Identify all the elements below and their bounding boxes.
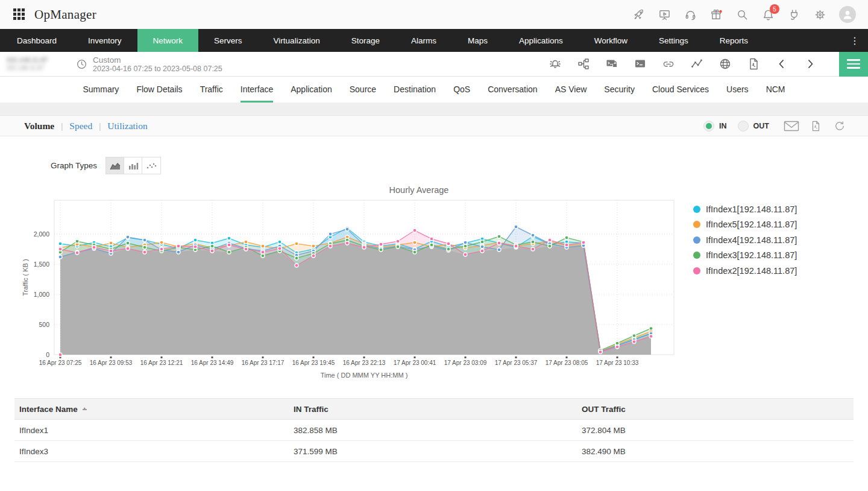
export-pdf-icon[interactable]	[808, 119, 823, 133]
terminal-icon[interactable]	[634, 57, 647, 71]
legend-swatch	[693, 236, 700, 244]
apps-grid-icon[interactable]	[13, 8, 25, 21]
in-label: IN	[719, 122, 727, 130]
in-radio[interactable]	[703, 121, 714, 131]
svg-text:1,000: 1,000	[34, 291, 49, 298]
nav-item-dashboard[interactable]: Dashboard	[1, 29, 72, 52]
tab-summary[interactable]: Summary	[83, 77, 119, 103]
nav-item-workflow[interactable]: Workflow	[579, 29, 643, 52]
legend-item[interactable]: IfIndex1[192.148.11.87]	[693, 201, 797, 217]
time-period-selector[interactable]: Custom 2023-04-16 07:25 to 2023-05-08 07…	[76, 55, 222, 73]
tab-interface[interactable]: Interface	[241, 77, 273, 103]
graph-type-area-button[interactable]	[106, 157, 124, 174]
alarm-bell-icon[interactable]	[549, 57, 562, 71]
opmanager-app: OpManager 5	[0, 0, 868, 491]
link-icon[interactable]	[662, 57, 675, 71]
column-header-in-traffic[interactable]: IN Traffic	[294, 405, 582, 414]
nav-item-storage[interactable]: Storage	[336, 29, 395, 52]
svg-text:16 Apr 23 07:25: 16 Apr 23 07:25	[39, 360, 82, 366]
interface-table: Interface Name ▲ IN Traffic OUT Traffic …	[14, 398, 854, 462]
graph-types: Graph Types	[51, 157, 161, 174]
tab-destination[interactable]: Destination	[394, 77, 436, 103]
tab-conversation[interactable]: Conversation	[488, 77, 538, 103]
svg-text:17 Apr 23 00:41: 17 Apr 23 00:41	[394, 360, 436, 366]
view-link-utilization[interactable]: Utilization	[107, 121, 147, 131]
chart-legend: IfIndex1[192.148.11.87]IfIndex5[192.148.…	[693, 201, 797, 279]
device-name-redacted: 192.148.11.87 192.148.11.87	[6, 56, 69, 72]
nav-item-servers[interactable]: Servers	[198, 29, 258, 52]
period-range: 2023-04-16 07:25 to 2023-05-08 07:25	[93, 65, 222, 73]
topology-icon[interactable]	[577, 57, 590, 71]
legend-label: IfIndex1[192.148.11.87]	[706, 204, 797, 214]
pdf-export-icon[interactable]	[747, 57, 760, 71]
demo-screen-icon[interactable]	[658, 8, 671, 21]
tab-ncm[interactable]: NCM	[766, 77, 785, 103]
tab-qos[interactable]: QoS	[453, 77, 470, 103]
nav-item-applications[interactable]: Applications	[503, 29, 579, 52]
chevron-right-icon[interactable]	[804, 57, 817, 71]
legend-item[interactable]: IfIndex4[192.148.11.87]	[693, 232, 797, 248]
settings-gear-icon[interactable]	[813, 8, 826, 21]
tab-cloud-services[interactable]: Cloud Services	[652, 77, 709, 103]
flow-tabbar: SummaryFlow DetailsTrafficInterfaceAppli…	[0, 77, 868, 103]
section-divider	[0, 103, 868, 115]
gift-icon[interactable]	[709, 8, 723, 21]
tab-source[interactable]: Source	[350, 77, 376, 103]
cell-out-traffic: 372.804 MB	[582, 426, 854, 435]
legend-item[interactable]: IfIndex3[192.148.11.87]	[693, 248, 797, 264]
legend-item[interactable]: IfIndex2[192.148.11.87]	[693, 263, 797, 279]
integrations-plug-icon[interactable]	[787, 8, 800, 21]
nav-item-virtualization[interactable]: Virtualization	[258, 29, 336, 52]
email-icon[interactable]	[784, 119, 799, 133]
chevron-left-icon[interactable]	[775, 57, 788, 71]
nav-item-inventory[interactable]: Inventory	[72, 29, 137, 52]
nav-item-alarms[interactable]: Alarms	[395, 29, 452, 52]
cell-in-traffic: 382.858 MB	[294, 426, 582, 435]
svg-text:500: 500	[39, 321, 49, 328]
column-header-interface-name[interactable]: Interface Name ▲	[14, 405, 294, 414]
snapshot-menu-button[interactable]	[839, 52, 868, 77]
tab-security[interactable]: Security	[604, 77, 635, 103]
svg-text:16 Apr 23 22:13: 16 Apr 23 22:13	[343, 360, 386, 366]
graph-type-bar-button[interactable]	[124, 157, 142, 174]
tab-flow-details[interactable]: Flow Details	[136, 77, 182, 103]
legend-swatch	[693, 221, 700, 228]
table-row: IfIndex3371.599 MB382.490 MB	[14, 441, 854, 462]
sort-asc-icon: ▲	[83, 408, 87, 410]
graph-type-scatter-button[interactable]	[142, 157, 160, 174]
legend-label: IfIndex4[192.148.11.87]	[706, 235, 797, 245]
view-link-volume[interactable]: Volume	[24, 121, 54, 131]
globe-icon[interactable]	[719, 57, 732, 71]
top-icons: 5	[632, 6, 868, 23]
search-icon[interactable]	[735, 8, 749, 21]
column-header-out-traffic[interactable]: OUT Traffic	[582, 405, 854, 414]
rocket-icon[interactable]	[632, 8, 645, 21]
nav-item-network[interactable]: Network	[137, 29, 199, 52]
notifications-bell-icon[interactable]: 5	[761, 8, 775, 21]
table-header-row: Interface Name ▲ IN Traffic OUT Traffic	[14, 398, 854, 420]
tab-users[interactable]: Users	[726, 77, 749, 103]
svg-text:17 Apr 23 08:05: 17 Apr 23 08:05	[546, 360, 588, 366]
tab-traffic[interactable]: Traffic	[200, 77, 223, 103]
performance-chart-icon[interactable]	[690, 57, 703, 71]
secure-terminal-icon[interactable]	[605, 57, 618, 71]
view-link-speed[interactable]: Speed	[69, 121, 92, 131]
tab-application[interactable]: Application	[291, 77, 332, 103]
table-row: IfIndex1382.858 MB372.804 MB	[14, 420, 854, 441]
svg-text:17 Apr 23 05:37: 17 Apr 23 05:37	[495, 360, 538, 366]
user-avatar[interactable]	[839, 6, 856, 23]
nav-item-settings[interactable]: Settings	[643, 29, 704, 52]
legend-label: IfIndex5[192.148.11.87]	[706, 220, 797, 229]
tab-as-view[interactable]: AS View	[555, 77, 587, 103]
nav-item-reports[interactable]: Reports	[704, 29, 764, 52]
refresh-icon[interactable]	[832, 119, 848, 133]
support-headset-icon[interactable]	[684, 8, 697, 21]
graph-types-label: Graph Types	[51, 161, 97, 170]
svg-text:1,500: 1,500	[34, 261, 49, 268]
legend-swatch	[693, 267, 700, 274]
nav-item-maps[interactable]: Maps	[452, 29, 503, 52]
legend-item[interactable]: IfIndex5[192.148.11.87]	[693, 217, 797, 233]
nav-overflow-menu[interactable]: ⋮	[841, 29, 868, 52]
out-radio[interactable]	[738, 121, 749, 131]
separator: |	[61, 121, 63, 131]
